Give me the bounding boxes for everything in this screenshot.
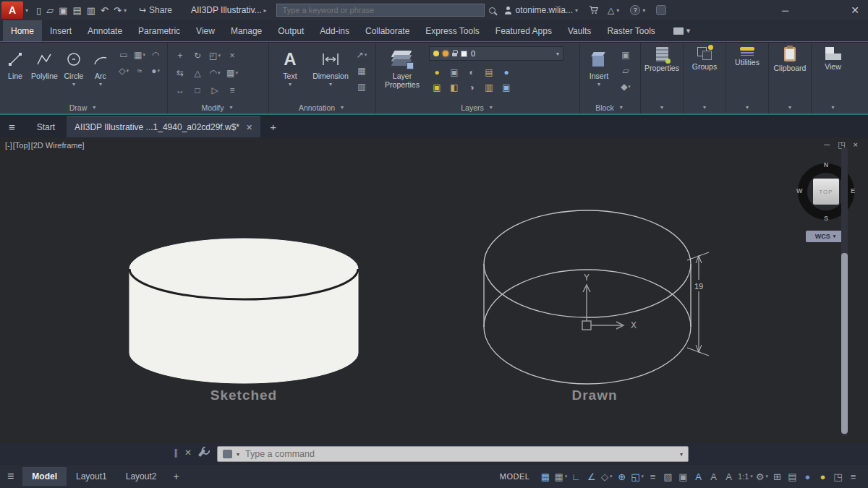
scrollbar-thumb[interactable] [841,253,848,434]
viewcube-top-face[interactable]: TOP [813,179,839,205]
save-as-icon[interactable]: ▤ [72,6,81,15]
circle-tool-button[interactable]: Circle ▾ [63,46,85,87]
ribbon-tab[interactable]: Manage [223,20,270,41]
ribbon-tab[interactable]: View [188,20,223,41]
ribbon-tab[interactable]: Parametric [130,20,188,41]
help-chevron-icon[interactable]: ▾ [642,7,645,14]
chevron-down-icon[interactable]: ▾ [597,81,600,87]
autodesk-access-icon[interactable]: △ [608,5,614,15]
viewcube-west[interactable]: W [796,187,803,194]
object-snap-tracking-icon[interactable]: ⊕ [614,468,629,485]
layer-lock-icon[interactable]: ▤ [481,65,497,79]
scale-icon[interactable]: □ [190,82,205,98]
stretch-icon[interactable]: ↔ [172,82,188,98]
table-icon[interactable]: ▦ [354,64,369,78]
drawing-area[interactable]: [-] [Top] [2D Wireframe] ─ ◳ × [0,137,868,443]
erase-icon[interactable]: × [224,48,240,64]
title-chevron-icon[interactable]: ▸ [264,7,267,14]
chevron-down-icon[interactable]: ▾ [99,81,102,87]
search-icon[interactable] [489,7,495,14]
panel-label-layers[interactable]: Layers ▾ [376,101,579,114]
layer-thaw-icon[interactable]: ◑ [464,80,480,94]
new-layout-button[interactable]: + [166,471,186,482]
layout-menu-icon[interactable]: ≡ [7,470,14,483]
layout-tab[interactable]: Layout2 [116,467,166,486]
panel-expand-view[interactable]: ▾ [812,101,854,114]
line-tool-button[interactable]: Line [4,46,26,80]
trim-icon[interactable]: ◰ [207,48,223,64]
object-snap-icon[interactable]: ◱ [629,468,645,485]
clipboard-button[interactable]: Clipboard [769,43,811,101]
point-icon[interactable]: ● [148,64,163,78]
window-minimize-button[interactable]: ─ [782,5,788,16]
view-button[interactable]: View [812,43,854,101]
redo-icon[interactable]: ↷ [114,6,122,15]
ribbon-tab[interactable]: Collaborate [357,20,417,41]
panel-expand-clipboard[interactable]: ▾ [769,101,811,114]
grid-icon[interactable]: ▦ [537,468,553,485]
layer-isolate-icon[interactable]: ▣ [446,65,462,79]
close-icon[interactable]: ✕ [184,448,192,458]
move-icon[interactable]: + [172,48,188,64]
viewcube-east[interactable]: E [851,187,855,194]
search-input[interactable] [281,5,480,15]
application-menu-button[interactable]: A [1,1,23,19]
start-tab[interactable]: Start [25,116,67,137]
layer-unisolate-icon[interactable]: ◧ [446,80,462,94]
multiline-icon[interactable]: ▥ [354,80,369,94]
lock-ui-icon[interactable]: ▤ [785,468,800,485]
chevron-down-icon[interactable]: ▾ [329,81,332,87]
share-button[interactable]: ↪ Share [139,5,172,15]
groups-button[interactable]: Groups [684,43,726,101]
annotation-scale-icon[interactable]: A [721,468,736,485]
rotate-icon[interactable]: ↻ [190,48,205,64]
polar-tracking-icon[interactable]: ∠ [584,468,599,485]
ribbon-tab[interactable]: Add-ins [312,20,357,41]
leader-icon[interactable]: ↗ [354,48,369,62]
polyline-tool-button[interactable]: Polyline [31,46,58,80]
chevron-down-icon[interactable]: ▾ [289,81,292,87]
panel-expand-groups[interactable]: ▾ [684,101,726,114]
fillet-icon[interactable]: ◠ [207,65,223,81]
block-edit-icon[interactable]: ▣ [618,48,633,62]
properties-button[interactable]: Properties [641,43,683,101]
clean-screen-icon[interactable]: ◳ [830,468,846,485]
graphics-performance-icon[interactable]: ● [800,468,815,485]
panel-label-block[interactable]: Block ▾ [580,101,640,114]
user-avatar-icon[interactable] [504,7,512,14]
polygon-icon[interactable]: ◇ [116,64,131,78]
user-chevron-icon[interactable]: ▾ [575,7,578,14]
help-icon[interactable]: ? [630,5,640,15]
ribbon-tab[interactable]: Insert [42,20,80,41]
layer-freeze-icon[interactable]: ◐ [464,65,480,79]
ellipse-icon[interactable]: ◠ [148,48,163,62]
transparency-icon[interactable]: ▨ [660,468,676,485]
block-attributes-icon[interactable]: ▱ [618,64,633,78]
ribbon-tab[interactable]: Raster Tools [599,20,663,41]
command-input-bar[interactable]: ▾ ▾ [217,446,689,462]
panel-label-modify[interactable]: Modify ▾ [168,101,268,114]
panel-expand-utilities[interactable]: ▾ [726,101,768,114]
drag-grip-icon[interactable]: ∥ [174,448,178,458]
vertical-scrollbar[interactable] [841,147,848,436]
workspace-icon[interactable]: ⚙ [754,468,770,485]
sketched-cylinder[interactable] [129,239,358,383]
annotation-visibility-icon[interactable]: A [691,468,706,485]
help-search-box[interactable] [276,4,485,17]
undo-icon[interactable]: ↶ [101,6,109,15]
ribbon-tab[interactable]: Featured Apps [488,20,560,41]
open-folder-icon[interactable]: ▱ [46,6,54,15]
spline-icon[interactable]: ≈ [132,64,147,78]
document-tab[interactable]: AII3DP Illustrative ...1_4940_a02cd29f.w… [67,116,260,137]
panel-label-draw[interactable]: Draw ▾ [0,101,167,114]
rectangle-icon[interactable]: ▭ [116,48,131,62]
layer-dropdown[interactable]: 0 ▾ [429,46,563,61]
block-create-icon[interactable]: ◆ [618,80,633,94]
layer-properties-button[interactable]: Layer Properties [380,46,424,89]
close-icon[interactable]: ✕ [246,123,252,132]
chevron-down-icon[interactable]: ▾ [237,451,239,458]
quick-properties-icon[interactable]: ⊞ [770,468,785,485]
layer-on-icon[interactable]: ▣ [429,80,445,94]
isodraft-icon[interactable]: ◇ [599,468,614,485]
command-input[interactable] [244,448,676,460]
